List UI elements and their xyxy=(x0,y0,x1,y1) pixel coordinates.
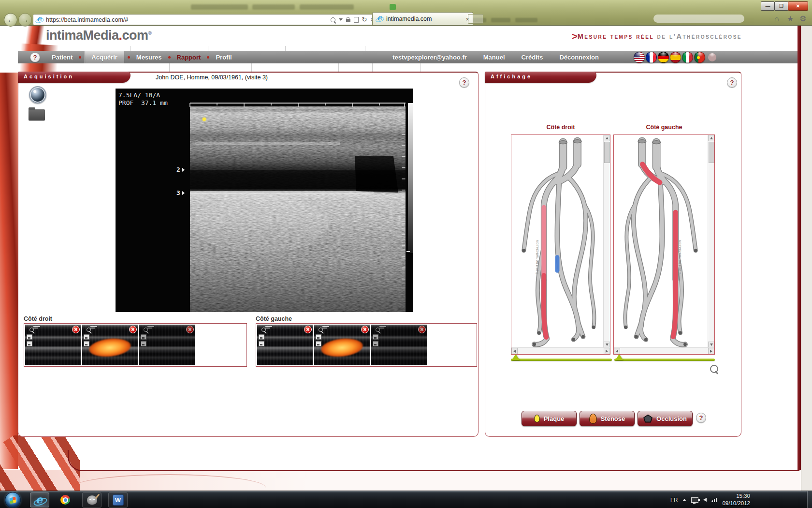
right-side-group-label: Côté droit xyxy=(24,315,52,322)
nav-bullet-icon xyxy=(168,56,171,59)
delete-thumbnail-button[interactable] xyxy=(129,326,137,333)
home-icon[interactable]: ⌂ xyxy=(774,15,779,23)
nav-item-patient[interactable]: Patient xyxy=(49,51,75,63)
save-icon[interactable] xyxy=(316,334,321,340)
taskbar-gimp-button[interactable] xyxy=(82,493,102,508)
flag-fr-icon[interactable] xyxy=(646,52,657,63)
plaque-segment[interactable] xyxy=(544,275,546,337)
ultrasound-viewport[interactable]: 7.5LA/ 10/A PROF 37.1 mm 2 3 xyxy=(116,89,413,312)
acquisition-panel: Acquisition ? John DOE, Homme, 09/03/196… xyxy=(18,72,478,437)
acquisition-panel-title: Acquisition xyxy=(18,72,130,83)
browser-forward-button[interactable]: → xyxy=(18,13,32,27)
taskbar-clock[interactable]: 15:30 09/10/2012 xyxy=(722,493,750,507)
hidden-icons-chevron[interactable] xyxy=(682,499,686,501)
affichage-help-button[interactable]: ? xyxy=(727,77,737,88)
save-icon[interactable] xyxy=(259,341,264,346)
save-icon[interactable] xyxy=(27,341,32,346)
scroll-up-icon xyxy=(708,135,714,141)
minimize-button[interactable]: — xyxy=(761,1,775,11)
nav-link-credits[interactable]: Crédits xyxy=(522,54,543,61)
nav-item-mesures[interactable]: Mesures xyxy=(133,51,165,63)
save-icon[interactable] xyxy=(141,341,146,346)
nav-link-deconnexion[interactable]: Déconnexion xyxy=(559,54,599,61)
left-side-thumbnails xyxy=(256,323,477,367)
save-icon[interactable] xyxy=(373,334,378,340)
tools-gear-icon[interactable]: ⚙ xyxy=(799,15,806,23)
taskbar-word-button[interactable]: W xyxy=(108,493,128,508)
diagram-horizontal-scrollbar[interactable] xyxy=(614,347,714,354)
scroll-right-icon xyxy=(708,348,714,354)
save-icon[interactable] xyxy=(27,334,32,340)
display-tray-icon[interactable] xyxy=(691,497,698,503)
diagram-vertical-scrollbar[interactable] xyxy=(603,135,610,348)
stenose-icon xyxy=(589,414,597,424)
nav-bullet-icon xyxy=(207,56,209,59)
keyboard-language[interactable]: FR xyxy=(670,497,678,503)
search-icon[interactable] xyxy=(331,17,335,22)
flag-es-icon[interactable] xyxy=(670,52,681,63)
delete-thumbnail-button[interactable] xyxy=(72,326,80,333)
browser-tab[interactable]: intimamedia.com × xyxy=(372,12,473,25)
address-bar[interactable]: https://beta.intimamedia.com/# ↻ × xyxy=(33,14,377,25)
legend-plaque-button[interactable]: Plaque xyxy=(522,411,577,426)
left-side-group-label: Côté gauche xyxy=(256,315,292,322)
diagram-vertical-scrollbar[interactable] xyxy=(708,135,714,348)
flag-pt-icon[interactable] xyxy=(694,52,705,63)
volume-tray-icon[interactable] xyxy=(703,498,707,502)
browser-scrollbar-strip[interactable] xyxy=(801,25,812,491)
save-icon[interactable] xyxy=(373,341,378,346)
thumbnail-right-3[interactable] xyxy=(139,325,195,365)
delete-thumbnail-button[interactable] xyxy=(186,326,194,333)
vascular-diagram-right[interactable]: © 2011 IntimaMedia.com xyxy=(511,134,610,355)
legend-help-button[interactable]: ? xyxy=(696,413,706,423)
thumbnail-right-2-doppler[interactable] xyxy=(82,325,138,365)
thumbnail-left-2-doppler[interactable] xyxy=(314,325,370,365)
plaque-segment[interactable] xyxy=(673,212,676,337)
browser-back-button[interactable]: ← xyxy=(4,13,17,27)
address-url[interactable]: https://beta.intimamedia.com/# xyxy=(46,16,128,23)
chevron-icon: > xyxy=(572,31,578,42)
diagram-horizontal-scrollbar[interactable] xyxy=(511,347,610,354)
search-dropdown-icon[interactable] xyxy=(339,18,343,21)
save-icon[interactable] xyxy=(84,334,89,340)
flag-it-icon[interactable] xyxy=(682,52,693,63)
network-tray-icon[interactable] xyxy=(711,497,717,502)
nav-link-manuel[interactable]: Manuel xyxy=(483,54,505,61)
save-icon[interactable] xyxy=(84,341,89,346)
thumbnail-right-1[interactable] xyxy=(25,325,81,365)
diagram-left-slider[interactable] xyxy=(614,359,715,361)
nav-item-profil[interactable]: Profil xyxy=(213,51,234,63)
flag-us-icon[interactable] xyxy=(634,52,645,63)
delete-thumbnail-button[interactable] xyxy=(418,326,426,333)
save-icon[interactable] xyxy=(316,341,321,346)
save-icon[interactable] xyxy=(141,334,146,340)
nav-item-acquerir[interactable]: Acquérir xyxy=(85,51,124,63)
delete-thumbnail-button[interactable] xyxy=(361,326,369,333)
open-folder-button[interactable] xyxy=(29,109,45,120)
close-button[interactable]: ✕ xyxy=(788,1,808,11)
legend-occlusion-button[interactable]: Occlusion xyxy=(638,411,693,426)
camera-capture-button[interactable] xyxy=(29,86,46,104)
diagram-right-slider[interactable] xyxy=(511,359,612,361)
taskbar-chrome-button[interactable] xyxy=(56,493,74,507)
refresh-icon[interactable]: ↻ xyxy=(362,16,367,23)
show-desktop-button[interactable] xyxy=(807,491,812,508)
legend-stenose-button[interactable]: Sténose xyxy=(580,411,635,426)
start-button[interactable] xyxy=(5,492,21,508)
restore-button[interactable]: ❐ xyxy=(774,1,788,11)
taskbar-ie-button[interactable] xyxy=(30,493,49,508)
vascular-diagram-left[interactable]: © 2011 IntimaMedia.com xyxy=(613,134,715,355)
flag-de-icon[interactable] xyxy=(658,52,669,63)
save-icon[interactable] xyxy=(259,334,264,340)
thumbnail-left-1[interactable] xyxy=(257,325,313,365)
nav-item-rapport[interactable]: Rapport xyxy=(174,51,204,63)
compatibility-icon[interactable] xyxy=(354,17,359,23)
magnifier-icon[interactable] xyxy=(710,365,718,373)
delete-thumbnail-button[interactable] xyxy=(304,326,312,333)
mini-text-overlay xyxy=(322,326,329,327)
new-tab-button[interactable] xyxy=(468,14,483,24)
favorites-star-icon[interactable]: ★ xyxy=(787,15,794,23)
nav-help-button[interactable]: ? xyxy=(30,52,40,62)
thumbnail-left-3[interactable] xyxy=(371,325,427,365)
acquisition-help-button[interactable]: ? xyxy=(459,77,469,88)
